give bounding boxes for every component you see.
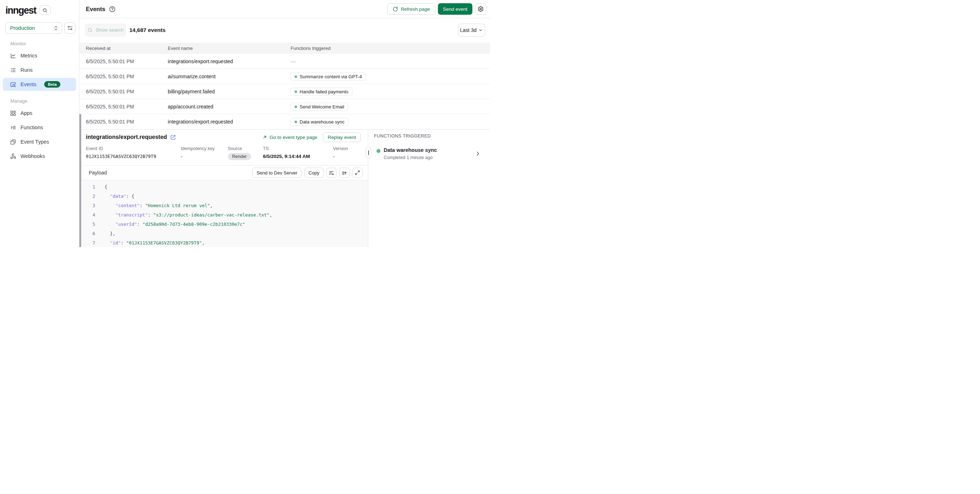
sidebar-item-runs[interactable]: Runs [3,64,76,76]
apps-grid-icon [10,110,16,116]
event-id-value: 01JX1153E7GASVZC63QY2B79T9 [86,154,156,159]
line-number: 1 [80,183,95,192]
sidebar-item-events[interactable]: Events Beta [3,78,76,91]
sidebar-item-event-types[interactable]: Event Types [3,135,76,148]
function-triggered-label: Send Welcome Email [300,104,344,110]
sidebar-section: Manage Apps Functions Event Types Webhoo… [0,98,79,163]
sidebar-item-label: Events [21,81,36,87]
functions-list-icon [10,125,16,131]
environment-selector[interactable]: Production [5,22,62,34]
metrics-chart-icon [10,53,16,59]
event-received-at: 6/5/2025, 5:50:01 PM [86,84,134,99]
idempotency-key-label: Idempotency key [181,146,215,151]
sidebar-item-label: Apps [21,110,32,116]
event-table-row[interactable]: 6/5/2025, 5:50:01 PM ai/summarize.conten… [80,69,490,84]
ts-value: 6/5/2025, 9:14:44 AM [263,154,310,159]
function-triggered-badge[interactable]: Handle failed payments [291,87,352,96]
event-table-row[interactable]: 6/5/2025, 5:50:01 PM billing/payment.fai… [80,84,490,99]
function-triggered-label: Data warehouse sync [300,119,345,125]
sidebar-item-functions[interactable]: Functions [3,121,76,134]
column-header-received-at: Received at [86,43,111,54]
function-triggered-badge[interactable]: Send Welcome Email [291,103,348,111]
external-link-icon[interactable] [170,135,176,140]
event-detail-main: integrations/export.requested Go to even… [80,130,368,247]
global-search-button[interactable] [40,5,51,15]
settings-button[interactable] [475,3,487,15]
event-name: app/account.created [168,99,213,114]
status-dot [377,149,380,153]
payload-code-viewer[interactable]: 1 { 2 "data": { 3 "content": "Homenick L… [80,180,368,247]
event-name: integrations/export.requested [168,54,233,69]
inngest-logo: inngest [5,5,36,16]
line-content: "data": { [105,192,134,201]
event-received-at: 6/5/2025, 5:50:01 PM [86,114,134,129]
function-name: Data warehouse sync [383,147,437,153]
event-detail-panel: integrations/export.requested Go to even… [80,129,490,247]
search-icon [87,27,93,33]
replay-event-button[interactable]: Replay event [323,132,361,142]
event-table-row[interactable]: 6/5/2025, 5:50:01 PM integrations/export… [80,114,490,129]
sidebar-item-label: Webhooks [21,153,45,159]
scroll-to-top-button[interactable] [339,168,350,178]
event-id-label: Event ID [86,146,156,151]
sidebar-section: Monitor Metrics Runs Events Beta [0,40,79,91]
line-number: 4 [80,210,95,220]
chevron-down-icon [478,28,483,33]
event-table-row[interactable]: 6/5/2025, 5:50:01 PM integrations/export… [80,54,490,69]
sidebar-item-label: Event Types [21,139,49,145]
event-name: integrations/export.requested [168,114,233,129]
event-meta: Event ID 01JX1153E7GASVZC63QY2B79T9 Idem… [80,146,368,164]
panel-resize-handle[interactable] [366,147,371,158]
time-range-dropdown[interactable]: Last 3d [458,24,485,37]
code-line: 7 "id": "01JX1153E7GASVZC63QY2B79T9", [80,238,368,247]
sidebar-item-webhooks[interactable]: Webhooks [3,150,76,163]
sidebar-nav: Monitor Metrics Runs Events Beta Manage … [0,40,79,164]
event-name: ai/summarize.content [168,69,216,84]
copy-button[interactable]: Copy [304,168,324,178]
main-area: Events Refresh page Send event Show sear… [80,0,490,247]
function-status: Completed 1 minute ago [383,155,433,160]
refresh-icon [393,6,398,12]
event-received-at: 6/5/2025, 5:50:01 PM [86,69,134,84]
sidebar-item-apps[interactable]: Apps [3,106,76,119]
function-triggered-badge[interactable]: Summarize content via GPT-4 [291,73,366,81]
send-to-dev-server-button[interactable]: Send to Dev Server [252,168,301,178]
arrow-up-right-icon [262,135,267,140]
function-triggered-badge[interactable]: Data warehouse sync [291,118,348,126]
sidebar-item-label: Functions [21,125,43,130]
word-wrap-icon [329,170,334,176]
help-icon[interactable] [109,6,116,13]
function-run-item[interactable]: Data warehouse sync Completed 1 minute a… [369,145,490,164]
code-line: 5 "userId": "d258a90d-7d73-4eb8-909e-c2b… [80,220,368,229]
line-number: 5 [80,220,95,229]
show-search-button[interactable]: Show search [85,24,126,36]
event-received-at: 6/5/2025, 5:50:01 PM [86,99,134,114]
events-table-header: Received at Event name Functions trigger… [80,43,490,54]
expand-payload-button[interactable] [352,168,363,178]
events-search-icon [10,81,16,87]
word-wrap-button[interactable] [326,168,337,178]
line-number: 3 [80,201,95,210]
code-lines: 1 { 2 "data": { 3 "content": "Homenick L… [80,183,368,247]
event-table-row[interactable]: 6/5/2025, 5:50:01 PM app/account.created… [80,99,490,114]
sidebar-item-metrics[interactable]: Metrics [3,49,76,62]
app-root: inngest Production Monitor Metrics Runs [0,0,490,247]
event-detail-title: integrations/export.requested [86,134,167,140]
function-triggered-label: Handle failed payments [300,89,348,94]
sidebar-item-label: Runs [21,67,33,73]
functions-triggered-title: FUNCTIONS TRIGGERED [374,133,431,138]
line-content: "id": "01JX1153E7GASVZC63QY2B79T9", [105,238,204,247]
status-dot [294,106,297,108]
status-dot [294,75,297,78]
idempotency-key-value: - [181,154,215,159]
chevron-right-icon[interactable] [475,151,480,157]
environment-settings-button[interactable] [64,22,75,34]
code-line: 6 }, [80,229,368,238]
line-number: 6 [80,229,95,238]
vertical-scrollbar[interactable] [80,114,81,247]
go-to-event-type-link[interactable]: Go to event type page [262,135,317,140]
refresh-page-button[interactable]: Refresh page [387,3,435,15]
line-content: "transcript": "s3://product-ideas/carber… [105,210,272,220]
send-event-button[interactable]: Send event [438,3,473,15]
functions-triggered-panel: FUNCTIONS TRIGGERED Data warehouse sync … [369,130,490,247]
